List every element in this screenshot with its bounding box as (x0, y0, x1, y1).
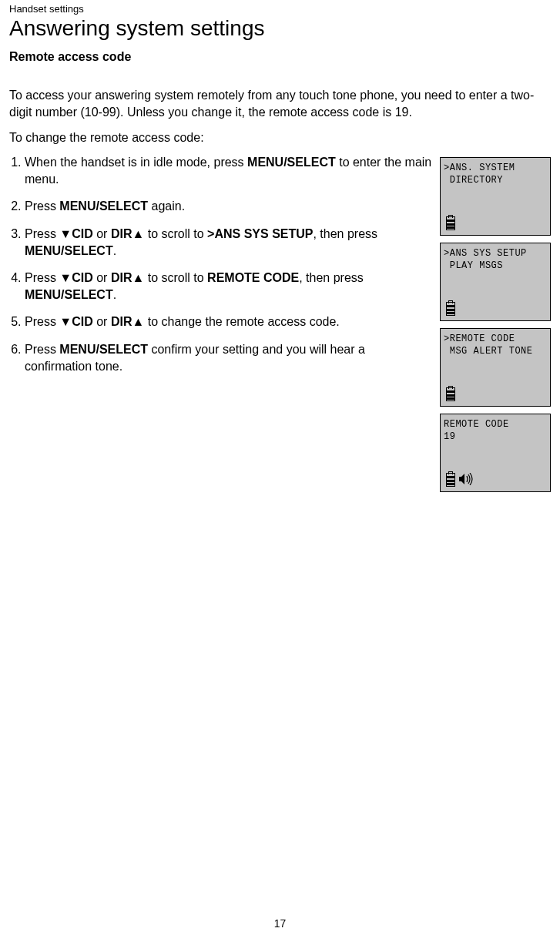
triangle-down-icon-3: ▼ (59, 315, 72, 328)
step-2-text-a: Press (25, 199, 59, 213)
step-5-cid: CID (72, 315, 93, 328)
step-3-menu: MENU (25, 244, 61, 257)
triangle-down-icon-2: ▼ (59, 271, 72, 284)
step-2-select: SELECT (99, 199, 148, 213)
lcd-line: 19 (444, 431, 547, 442)
step-4-or: or (93, 271, 111, 284)
step-4: Press ▼CID or DIR▲ to scroll to REMOTE C… (25, 270, 434, 303)
lcd-screen-3: >REMOTE CODE MSG ALERT TONE (440, 328, 551, 407)
step-3-dir: DIR (111, 227, 132, 240)
step-2-menu: MENU/ (59, 199, 99, 213)
step-6-menu: MENU (59, 343, 96, 356)
step-2: Press MENU/SELECT again. (25, 198, 434, 215)
step-1-text-a: When the handset is in idle mode, press (25, 156, 247, 169)
battery-icon (445, 386, 454, 400)
page-title: Answering system settings (9, 16, 551, 41)
triangle-up-icon-2: ▲ (132, 271, 144, 284)
step-5-text-a: Press (25, 315, 59, 328)
triangle-up-icon: ▲ (132, 227, 144, 240)
step-1-select: SELECT (287, 156, 336, 169)
step-3-mid: to scroll to (144, 227, 207, 240)
lcd-line: >REMOTE CODE (444, 333, 547, 344)
step-5-end: to change the remote access code. (144, 315, 339, 328)
step-4-mid: to scroll to (144, 271, 207, 284)
lcd-line: >ANS. SYSTEM (444, 163, 547, 173)
lcd-line: PLAY MSGS (444, 260, 547, 271)
steps-list: When the handset is in idle mode, press … (9, 154, 434, 374)
page-number: 17 (274, 917, 287, 930)
step-5-dir: DIR (111, 315, 132, 328)
step-3: Press ▼CID or DIR▲ to scroll to >ANS SYS… (25, 226, 434, 259)
section-subtitle: Remote access code (9, 50, 551, 64)
change-label: To change the remote access code: (9, 131, 551, 145)
battery-icon (445, 300, 454, 314)
step-5: Press ▼CID or DIR▲ to change the remote … (25, 313, 434, 330)
breadcrumb: Handset settings (9, 3, 551, 15)
step-3-then: , then press (313, 227, 377, 240)
step-4-target: REMOTE CODE (207, 271, 299, 284)
triangle-down-icon: ▼ (59, 227, 72, 240)
step-1: When the handset is in idle mode, press … (25, 154, 434, 187)
lcd-column: >ANS. SYSTEM DIRECTORY >ANS SYS SETUP PL… (440, 154, 551, 492)
step-2-text-d: again. (148, 199, 185, 213)
step-3-select: /SELECT (61, 244, 113, 257)
intro-paragraph: To access your answering system remotely… (9, 87, 551, 120)
step-5-or: or (93, 315, 111, 328)
step-3-end: . (113, 244, 116, 257)
step-6-text-a: Press (25, 343, 59, 356)
step-6: Press MENU/SELECT confirm your setting a… (25, 341, 434, 374)
battery-icon (445, 215, 454, 229)
lcd-line: MSG ALERT TONE (444, 346, 547, 357)
step-4-end: . (113, 288, 116, 301)
step-3-target: >ANS SYS SETUP (207, 227, 313, 240)
lcd-screen-1: >ANS. SYSTEM DIRECTORY (440, 157, 551, 236)
step-4-dir: DIR (111, 271, 132, 284)
step-4-select: /SELECT (61, 288, 113, 301)
step-6-select: /SELECT (96, 343, 148, 356)
step-4-text-a: Press (25, 271, 59, 284)
step-1-menu: MENU/ (247, 156, 287, 169)
speaker-icon (459, 473, 473, 485)
step-3-text-a: Press (25, 227, 59, 240)
battery-icon (445, 471, 454, 485)
step-3-or: or (93, 227, 111, 240)
triangle-up-icon-3: ▲ (132, 315, 144, 328)
lcd-line: DIRECTORY (444, 175, 547, 186)
lcd-screen-4: REMOTE CODE 19 (440, 414, 551, 492)
step-3-cid: CID (72, 227, 93, 240)
step-4-cid: CID (72, 271, 93, 284)
lcd-screen-2: >ANS SYS SETUP PLAY MSGS (440, 243, 551, 321)
step-4-menu: MENU (25, 288, 61, 301)
lcd-line: REMOTE CODE (444, 419, 547, 430)
lcd-line: >ANS SYS SETUP (444, 248, 547, 259)
step-4-then: , then press (299, 271, 364, 284)
